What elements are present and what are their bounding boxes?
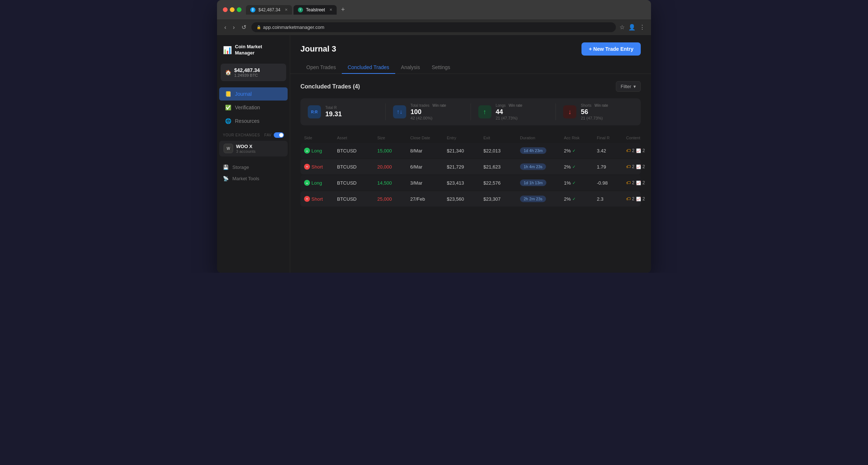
table-row[interactable]: ▲ Long BTCUSD 14,500 3/Mar $23,413 $22,5…	[300, 175, 641, 190]
td-exit: $22,013	[483, 148, 520, 154]
td-acc-risk: 2% ✓	[564, 164, 597, 170]
tag-icon: 🏷	[626, 148, 631, 153]
fav-toggle: FAV	[264, 132, 284, 138]
exchange-name: WOO X	[236, 144, 255, 149]
new-trade-button[interactable]: + New Trade Entry	[581, 42, 641, 56]
home-icon: 🏠	[225, 69, 231, 75]
shorts-label: Shorts Win rate	[581, 103, 608, 107]
nav-section: 📒 Journal ✅ Verification 🌐 Resources	[217, 87, 290, 128]
td-final-r: 1.79	[597, 164, 626, 170]
table-row[interactable]: ▼ Short BTCUSD 25,000 27/Feb $23,560 $23…	[300, 191, 641, 207]
exchange-accounts: 3 accounts	[236, 149, 255, 154]
check-icon: ✓	[572, 165, 576, 169]
sidebar-item-storage[interactable]: 💾 Storage	[217, 162, 290, 173]
logo-text: Coin Market Manager	[235, 44, 262, 56]
reload-button[interactable]: ↺	[240, 23, 248, 31]
longs-details: Longs Win rate 44 21 (47.73%)	[496, 103, 523, 120]
rr-label: Total R	[325, 106, 342, 110]
longs-icon: ↑	[478, 105, 491, 118]
shorts-details: Shorts Win rate 56 21 (47.73%)	[581, 103, 608, 120]
account-box[interactable]: 🏠 $42,487.34 1.24939 BTC	[221, 64, 286, 81]
td-final-r: -0.98	[597, 180, 626, 186]
close-button[interactable]	[223, 7, 228, 12]
tab-open-trades[interactable]: Open Trades	[300, 61, 342, 74]
longs-label: Longs Win rate	[496, 103, 523, 107]
account-info: $42,487.34 1.24939 BTC	[234, 67, 260, 78]
sidebar-item-resources[interactable]: 🌐 Resources	[219, 114, 288, 128]
maximize-button[interactable]	[237, 7, 242, 12]
tab-2-label: Tealstreet	[306, 7, 325, 12]
duration-badge: 1h 4m 23s	[520, 163, 546, 170]
th-acc-risk: Acc Risk	[564, 136, 597, 140]
tab-1-close[interactable]: ✕	[285, 8, 288, 12]
td-asset: BTCUSD	[337, 148, 377, 154]
back-button[interactable]: ‹	[223, 23, 228, 31]
tab-2-close[interactable]: ✕	[329, 8, 332, 12]
td-exit: $23,307	[483, 196, 520, 202]
browser-window: ₿ $42,487.34 ✕ T Tealstreet ✕ + ‹ › ↺ 🔒 …	[217, 0, 651, 273]
sidebar-item-journal[interactable]: 📒 Journal	[219, 87, 288, 101]
short-dot: ▼	[304, 164, 310, 170]
browser-tab-1[interactable]: ₿ $42,487.34 ✕	[246, 5, 292, 15]
journal-icon: 📒	[225, 91, 231, 97]
fav-toggle-switch[interactable]	[274, 132, 284, 138]
forward-button[interactable]: ›	[231, 23, 236, 31]
td-side: ▲ Long	[304, 180, 337, 186]
th-duration: Duration	[520, 136, 564, 140]
address-bar[interactable]: 🔒 app.coinmarketmanager.com	[251, 22, 616, 32]
tag-icon: 🏷	[626, 180, 631, 185]
tealstreet-favicon: T	[298, 7, 303, 12]
exchange-info: WOO X 3 accounts	[236, 144, 255, 154]
td-acc-risk: 2% ✓	[564, 148, 597, 154]
check-icon: ✓	[572, 148, 576, 153]
th-side: Side	[304, 136, 337, 140]
coinmarket-favicon: ₿	[250, 7, 255, 12]
long-dot: ▲	[304, 148, 310, 154]
td-size: 25,000	[377, 196, 410, 202]
minimize-button[interactable]	[230, 7, 235, 12]
menu-icon[interactable]: ⋮	[639, 24, 645, 31]
td-side: ▼ Short	[304, 164, 337, 170]
verification-label: Verification	[235, 105, 260, 110]
sidebar-item-verification[interactable]: ✅ Verification	[219, 101, 288, 114]
filter-button[interactable]: Filter ▾	[616, 81, 641, 92]
td-content: 🏷 2 📈 2	[626, 148, 651, 153]
stat-shorts: ↓ Shorts Win rate 56 21 (47.73%)	[563, 103, 633, 120]
tab-analysis[interactable]: Analysis	[395, 61, 426, 74]
th-asset: Asset	[337, 136, 377, 140]
table-row[interactable]: ▲ Long BTCUSD 15,000 8/Mar $21,340 $22,0…	[300, 143, 641, 158]
td-close-date: 27/Feb	[410, 196, 447, 202]
td-close-date: 3/Mar	[410, 180, 447, 186]
shorts-value: 56	[581, 108, 608, 116]
td-entry: $23,560	[447, 196, 483, 202]
longs-value: 44	[496, 108, 523, 116]
nav-tabs: Open Trades Concluded Trades Analysis Se…	[290, 56, 651, 74]
tab-settings[interactable]: Settings	[426, 61, 456, 74]
th-exit: Exit	[483, 136, 520, 140]
side-text: Long	[311, 180, 322, 186]
main-header: Journal 3 + New Trade Entry	[290, 35, 651, 56]
total-value: 100	[411, 108, 446, 116]
tab-concluded-trades[interactable]: Concluded Trades	[342, 61, 395, 74]
td-asset: BTCUSD	[337, 196, 377, 202]
side-text: Short	[311, 164, 323, 170]
td-size: 15,000	[377, 148, 410, 154]
profile-icon[interactable]: 👤	[628, 24, 636, 31]
side-text: Long	[311, 148, 322, 154]
page-title: Journal 3	[300, 44, 336, 54]
bookmark-icon[interactable]: ☆	[620, 24, 625, 31]
table-row[interactable]: ▼ Short BTCUSD 20,000 6/Mar $21,729 $21,…	[300, 159, 641, 174]
tag-icon: 🏷	[626, 196, 631, 201]
journal-label: Journal	[235, 91, 252, 97]
td-side: ▼ Short	[304, 196, 337, 202]
exchange-item-woox[interactable]: W WOO X 3 accounts	[219, 141, 288, 156]
td-asset: BTCUSD	[337, 164, 377, 170]
th-entry: Entry	[447, 136, 483, 140]
td-entry: $23,413	[447, 180, 483, 186]
sidebar-item-market-tools[interactable]: 📡 Market Tools	[217, 173, 290, 184]
total-sub: 42 (42.00%)	[411, 116, 446, 120]
new-tab-button[interactable]: +	[338, 4, 348, 15]
duration-badge: 2h 2m 23s	[520, 196, 546, 202]
total-details: Total trades Win rate 100 42 (42.00%)	[411, 103, 446, 120]
browser-tab-2[interactable]: T Tealstreet ✕	[293, 5, 337, 15]
